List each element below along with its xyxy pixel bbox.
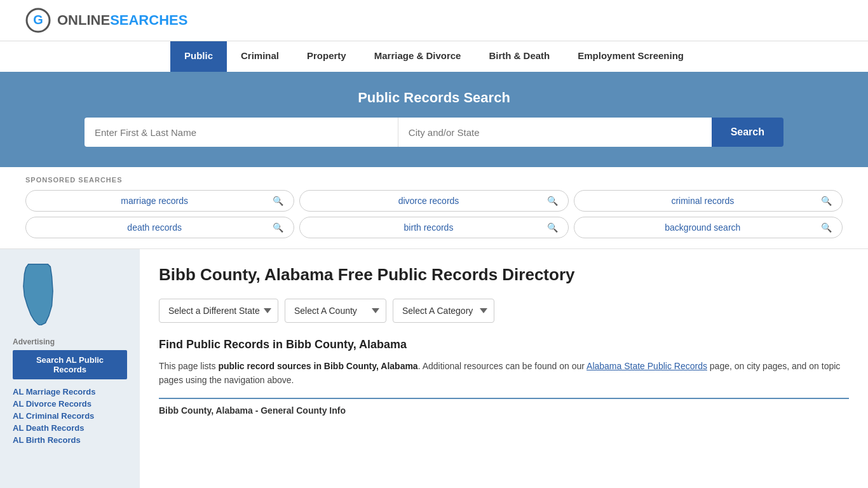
- nav-item-public[interactable]: Public: [170, 41, 227, 72]
- state-dropdown[interactable]: Select a Different State: [159, 299, 278, 323]
- sponsored-link-2[interactable]: criminal records: [585, 196, 821, 206]
- desc-link[interactable]: Alabama State Public Records: [587, 361, 707, 371]
- content-area: Bibb County, Alabama Free Public Records…: [140, 249, 868, 488]
- sponsored-item-5[interactable]: background search 🔍: [574, 217, 843, 238]
- sponsored-item-0[interactable]: marriage records 🔍: [25, 190, 294, 212]
- dropdown-row: Select a Different State Select A County…: [159, 299, 849, 323]
- sponsored-link-3[interactable]: death records: [36, 222, 273, 233]
- sponsored-link-1[interactable]: divorce records: [310, 196, 546, 206]
- county-dropdown[interactable]: Select A County: [285, 299, 386, 323]
- desc-part1: This page lists: [159, 361, 218, 371]
- logo-text: ONLINESEARCHES: [57, 12, 187, 29]
- nav-item-employment[interactable]: Employment Screening: [564, 41, 698, 72]
- nav-item-property[interactable]: Property: [293, 41, 360, 72]
- sidebar-link-0[interactable]: AL Marriage Records: [13, 387, 127, 396]
- search-icon-1: 🔍: [547, 196, 558, 206]
- sponsored-section: SPONSORED SEARCHES marriage records 🔍 di…: [0, 167, 868, 249]
- name-input[interactable]: [85, 118, 398, 147]
- logo: G ONLINESEARCHES: [25, 8, 187, 33]
- sponsored-item-1[interactable]: divorce records 🔍: [299, 190, 568, 212]
- city-input[interactable]: [398, 118, 712, 147]
- nav-bar: Public Criminal Property Marriage & Divo…: [0, 41, 868, 72]
- sponsored-label: SPONSORED SEARCHES: [25, 176, 843, 184]
- sponsored-link-5[interactable]: background search: [585, 222, 821, 233]
- sidebar-link-4[interactable]: AL Birth Records: [13, 435, 127, 445]
- search-icon-5: 🔍: [821, 222, 832, 233]
- sponsored-item-4[interactable]: birth records 🔍: [299, 217, 568, 238]
- svg-text:G: G: [33, 13, 43, 27]
- ad-button[interactable]: Search AL Public Records: [13, 350, 127, 379]
- sponsored-grid: marriage records 🔍 divorce records 🔍 cri…: [25, 190, 843, 238]
- sidebar-links: AL Marriage Records AL Divorce Records A…: [13, 387, 127, 445]
- sponsored-item-3[interactable]: death records 🔍: [25, 217, 294, 238]
- advertising-label: Advertising: [13, 337, 127, 346]
- sponsored-link-4[interactable]: birth records: [310, 222, 546, 233]
- state-shape-container: [13, 262, 127, 327]
- category-dropdown[interactable]: Select A Category: [393, 299, 494, 323]
- alabama-state-icon: [13, 262, 64, 325]
- search-button[interactable]: Search: [712, 118, 783, 147]
- desc-part2: . Additional resources can be found on o…: [418, 361, 587, 371]
- sidebar-link-1[interactable]: AL Divorce Records: [13, 399, 127, 409]
- sidebar-link-3[interactable]: AL Death Records: [13, 423, 127, 433]
- county-info-title: Bibb County, Alabama - General County In…: [159, 398, 849, 416]
- desc-bold: public record sources in Bibb County, Al…: [218, 361, 417, 371]
- nav-item-criminal[interactable]: Criminal: [227, 41, 293, 72]
- sponsored-item-2[interactable]: criminal records 🔍: [574, 190, 843, 212]
- search-bar: Search: [85, 118, 783, 147]
- page-title: Bibb County, Alabama Free Public Records…: [159, 264, 849, 286]
- search-icon-2: 🔍: [821, 196, 832, 206]
- hero-title: Public Records Search: [25, 90, 843, 106]
- find-records-title: Find Public Records in Bibb County, Alab…: [159, 338, 849, 351]
- header: G ONLINESEARCHES: [0, 0, 868, 41]
- hero-section: Public Records Search Search: [0, 72, 868, 167]
- sponsored-link-0[interactable]: marriage records: [36, 196, 273, 206]
- search-icon-3: 🔍: [273, 222, 283, 233]
- sidebar: Advertising Search AL Public Records AL …: [0, 249, 140, 488]
- sidebar-link-2[interactable]: AL Criminal Records: [13, 411, 127, 421]
- search-icon-0: 🔍: [273, 196, 283, 206]
- nav-item-marriage[interactable]: Marriage & Divorce: [360, 41, 475, 72]
- description-text: This page lists public record sources in…: [159, 359, 849, 388]
- logo-icon: G: [25, 8, 51, 33]
- nav-item-birth[interactable]: Birth & Death: [475, 41, 564, 72]
- main-layout: Advertising Search AL Public Records AL …: [0, 249, 868, 488]
- search-icon-4: 🔍: [547, 222, 558, 233]
